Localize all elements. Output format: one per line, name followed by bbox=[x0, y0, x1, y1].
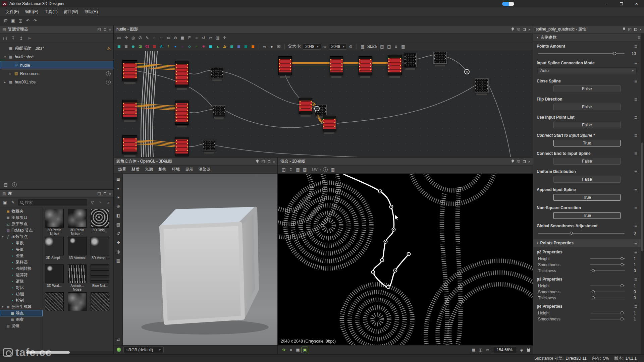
menu-item[interactable]: 编辑(E) bbox=[22, 8, 41, 16]
blend-grayscale-node-icon[interactable]: ◪ bbox=[137, 44, 143, 50]
warning-node-icon[interactable]: ⚠ bbox=[222, 44, 228, 50]
close-button[interactable]: × bbox=[629, 0, 644, 7]
param-menu-icon[interactable]: ≣ bbox=[634, 224, 637, 228]
library-asset[interactable]: 3D Perlin Noise bbox=[44, 209, 65, 236]
slider-track[interactable] bbox=[590, 292, 625, 292]
history-icon[interactable]: ↺ bbox=[201, 35, 207, 41]
library-asset[interactable]: 3D Voron... bbox=[89, 237, 111, 264]
zoom-fit-icon[interactable]: ◈ bbox=[519, 347, 525, 353]
library-category[interactable]: ▦ 图案 bbox=[0, 316, 43, 323]
pin-icon[interactable] bbox=[512, 160, 514, 162]
library-category[interactable]: ▦ 图形项目 bbox=[0, 215, 43, 221]
filter-icon[interactable]: ▽ bbox=[89, 199, 95, 205]
toggle-button[interactable]: False bbox=[553, 176, 621, 183]
light-icon[interactable]: ☀ bbox=[115, 194, 121, 200]
slider-handle[interactable] bbox=[621, 284, 624, 287]
chevron-down-icon[interactable]: ▾ bbox=[537, 241, 538, 245]
library-asset[interactable]: Anisotr... Noise bbox=[66, 264, 88, 292]
library-category[interactable]: ▪ 常数 bbox=[0, 240, 43, 246]
view3d-menu-item[interactable]: 光源 bbox=[142, 166, 156, 173]
export-2d-icon[interactable]: ↥ bbox=[288, 167, 294, 173]
graph-node-dark[interactable] bbox=[203, 140, 215, 151]
link-size-icon[interactable]: ∞ bbox=[322, 44, 328, 50]
orbit-icon[interactable]: ↺ bbox=[115, 231, 121, 237]
library-asset[interactable] bbox=[44, 292, 65, 319]
pin-icon[interactable] bbox=[623, 27, 625, 30]
more-icon[interactable]: » bbox=[105, 199, 111, 205]
slider-track[interactable] bbox=[590, 298, 625, 298]
text-node-icon[interactable]: A bbox=[158, 44, 164, 50]
library-category[interactable]: ▩ 噪点 bbox=[0, 310, 43, 316]
library-category[interactable]: ▪ 功能 bbox=[0, 291, 43, 297]
save-icon[interactable]: ◫ bbox=[2, 35, 8, 41]
slider-handle[interactable] bbox=[592, 269, 595, 272]
gradient-node-icon[interactable]: ▲ bbox=[215, 44, 221, 50]
tiling-mode-icon[interactable]: ▦ bbox=[295, 347, 301, 353]
view3d-menu-item[interactable]: 场景 bbox=[115, 166, 129, 173]
histogram-icon[interactable]: ▥ bbox=[330, 167, 336, 173]
frame-all-icon[interactable]: F bbox=[186, 35, 193, 41]
param-menu-icon[interactable]: ≣ bbox=[634, 250, 637, 254]
pin-icon[interactable] bbox=[512, 27, 514, 30]
pencil-icon[interactable]: ✎ bbox=[144, 35, 150, 41]
link-mode-icon[interactable]: ∞ bbox=[262, 44, 268, 50]
expander-icon[interactable]: ▾ bbox=[3, 55, 7, 59]
slider-handle[interactable] bbox=[592, 296, 595, 299]
info-icon[interactable]: i bbox=[106, 80, 111, 84]
toggle-button[interactable]: False bbox=[553, 122, 621, 128]
instance-params-header[interactable]: ▾ 实例参数 ≣ bbox=[533, 34, 644, 42]
library-asset[interactable] bbox=[66, 292, 88, 319]
crosshair-icon[interactable]: ✛ bbox=[222, 35, 228, 41]
menu-item[interactable]: 工具(T) bbox=[41, 8, 60, 16]
slider-handle[interactable] bbox=[621, 311, 624, 314]
maximize-panel-icon[interactable] bbox=[523, 28, 526, 31]
tree-item[interactable]: ▸ ▦ hua001.sbs ⚠ i bbox=[0, 78, 113, 86]
pan-icon[interactable]: ✣ bbox=[123, 35, 129, 41]
maximize-panel-icon[interactable] bbox=[104, 28, 106, 31]
param-menu-icon[interactable]: ≣ bbox=[634, 206, 637, 210]
library-asset[interactable]: 3D Worl... bbox=[44, 264, 65, 292]
library-category[interactable]: ▪ 逻辑 bbox=[0, 278, 43, 285]
warp-node-icon[interactable]: ≈ bbox=[194, 44, 200, 50]
scene-tree-icon[interactable]: ▦ bbox=[115, 176, 121, 182]
import-icon[interactable]: ↧ bbox=[10, 35, 16, 41]
splatter-node-icon[interactable]: ✳ bbox=[201, 44, 207, 50]
view3d-menu-item[interactable]: 渲染器 bbox=[196, 166, 213, 173]
viewport-2d[interactable]: 2048 x 2048 (Grayscale, 8bpc) bbox=[278, 174, 533, 345]
parent-height-select[interactable]: 2048▾ bbox=[329, 44, 347, 50]
param-menu-icon[interactable]: ≣ bbox=[634, 241, 637, 245]
info-icon[interactable]: i bbox=[323, 167, 328, 172]
no-resize-icon[interactable]: ⊘ bbox=[348, 44, 354, 50]
library-category[interactable]: ▪ 采样器 bbox=[0, 259, 43, 265]
undo-icon[interactable]: ↶ bbox=[25, 18, 31, 24]
height-node-icon[interactable]: ▦ bbox=[243, 44, 249, 50]
library-category[interactable]: ▨ FxMap 节点 bbox=[0, 227, 43, 234]
graph-node-red[interactable] bbox=[175, 101, 189, 125]
horizontal-scrollbar[interactable] bbox=[0, 351, 113, 354]
slider-track[interactable] bbox=[538, 53, 625, 54]
search-box[interactable] bbox=[18, 199, 87, 205]
library-asset[interactable]: Blue Noi... bbox=[89, 264, 111, 292]
close-panel-icon[interactable]: × bbox=[273, 160, 275, 164]
toggle-button[interactable]: True bbox=[553, 212, 621, 219]
scrollbar-thumb[interactable] bbox=[641, 142, 643, 251]
library-category[interactable]: ▪ 变量 bbox=[0, 253, 43, 259]
blend-node-icon[interactable]: ◉ bbox=[130, 44, 136, 50]
parent-width-select[interactable]: 2048▾ bbox=[303, 44, 321, 50]
sphere-node-icon[interactable]: ● bbox=[172, 44, 178, 50]
param-menu-icon[interactable]: ≣ bbox=[634, 79, 637, 83]
view3d-menu-item[interactable]: 材质 bbox=[129, 166, 142, 173]
library-category[interactable]: ▪ 控制 bbox=[0, 297, 43, 304]
param-menu-icon[interactable]: ≣ bbox=[634, 188, 637, 192]
library-category[interactable]: ▧ 滤镜 bbox=[0, 323, 43, 329]
maximize-panel-icon[interactable] bbox=[523, 160, 526, 163]
tree-item[interactable]: ▾ ▦ hudie.sbs* ⚠ i bbox=[0, 53, 113, 61]
uv-mode-label[interactable]: UV bbox=[312, 167, 318, 172]
new-folder-icon[interactable]: ▣ bbox=[2, 199, 8, 205]
maximize-button[interactable] bbox=[614, 0, 629, 7]
slider-track[interactable] bbox=[590, 264, 625, 265]
stack-rows-icon[interactable]: ≡ bbox=[393, 44, 399, 50]
graph-node-red[interactable] bbox=[175, 137, 189, 156]
cut-wire-icon[interactable]: ✂ bbox=[208, 35, 214, 41]
float-panel-icon[interactable]: ◱ bbox=[517, 159, 520, 164]
